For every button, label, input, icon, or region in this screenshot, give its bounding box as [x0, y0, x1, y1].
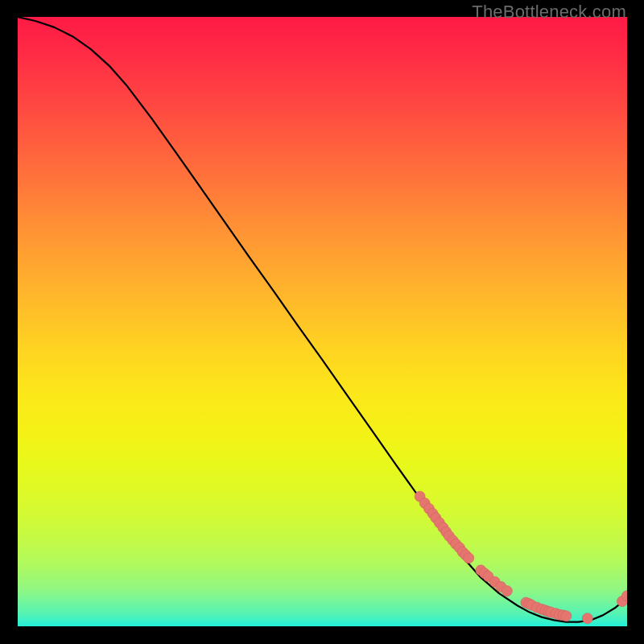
- watermark-text: TheBottleneck.com: [472, 2, 626, 23]
- data-point: [582, 613, 592, 624]
- data-point: [464, 553, 474, 564]
- data-point: [502, 586, 512, 597]
- data-point: [561, 611, 572, 621]
- chart-overlay: [18, 17, 627, 626]
- chart-frame: TheBottleneck.com: [0, 0, 644, 644]
- plot-area: [18, 17, 627, 626]
- curve-line: [18, 17, 627, 622]
